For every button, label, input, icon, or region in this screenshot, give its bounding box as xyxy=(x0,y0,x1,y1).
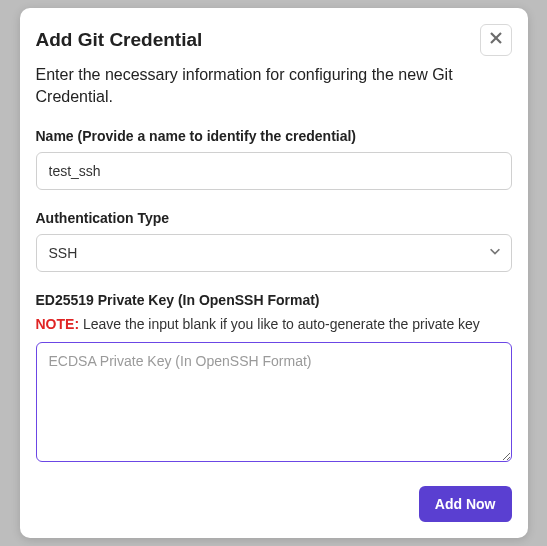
modal-subtitle: Enter the necessary information for conf… xyxy=(36,64,512,109)
private-key-textarea[interactable] xyxy=(36,342,512,462)
auth-type-select[interactable]: SSH xyxy=(36,234,512,272)
private-key-note: NOTE: Leave the input blank if you like … xyxy=(36,316,512,332)
auth-type-label: Authentication Type xyxy=(36,210,512,226)
add-now-button[interactable]: Add Now xyxy=(419,486,512,522)
auth-type-field: Authentication Type SSH xyxy=(36,210,512,272)
modal-title: Add Git Credential xyxy=(36,24,203,53)
modal-footer: Add Now xyxy=(36,486,512,522)
add-git-credential-modal: Add Git Credential Enter the necessary i… xyxy=(20,8,528,539)
auth-type-select-wrap: SSH xyxy=(36,234,512,272)
close-button[interactable] xyxy=(480,24,512,56)
name-label: Name (Provide a name to identify the cre… xyxy=(36,128,512,144)
note-prefix: NOTE: xyxy=(36,316,80,332)
modal-header: Add Git Credential xyxy=(36,24,512,56)
close-icon xyxy=(488,30,504,49)
name-field: Name (Provide a name to identify the cre… xyxy=(36,128,512,190)
private-key-label: ED25519 Private Key (In OpenSSH Format) xyxy=(36,292,512,308)
note-text: Leave the input blank if you like to aut… xyxy=(79,316,480,332)
name-input[interactable] xyxy=(36,152,512,190)
private-key-field: ED25519 Private Key (In OpenSSH Format) … xyxy=(36,292,512,466)
